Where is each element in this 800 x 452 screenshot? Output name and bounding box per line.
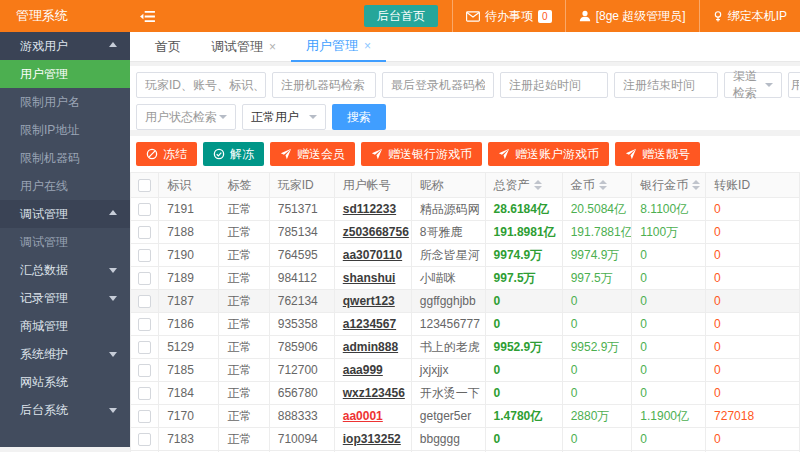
row-checkbox-cell xyxy=(131,428,159,451)
tab-1[interactable]: 调试管理× xyxy=(196,32,291,62)
last-login-machine-code-input[interactable] xyxy=(382,72,494,98)
cell-account[interactable]: aa3070110 xyxy=(334,244,411,267)
user-icon xyxy=(579,10,591,22)
row-checkbox[interactable] xyxy=(138,249,151,262)
sidebar-item-2[interactable]: 限制用户名 xyxy=(0,88,130,116)
row-checkbox[interactable] xyxy=(138,410,151,423)
sort-icon[interactable] xyxy=(692,180,700,190)
sidebar-item-0[interactable]: 游戏用户 xyxy=(0,32,130,60)
row-checkbox[interactable] xyxy=(138,341,151,354)
action-button-label: 解冻 xyxy=(230,146,254,163)
cell-account[interactable]: shanshui xyxy=(334,267,411,290)
keyword-search-input[interactable] xyxy=(136,72,266,98)
cell-account[interactable]: admin888 xyxy=(334,336,411,359)
column-header-bank_coins[interactable]: 银行金币 xyxy=(632,173,706,198)
search-button[interactable]: 搜索 xyxy=(332,104,386,130)
sort-icon[interactable] xyxy=(534,180,542,190)
cell-coins: 0 xyxy=(562,290,632,313)
sidebar-item-12[interactable]: 网站系统 xyxy=(0,368,130,396)
action-button-0[interactable]: 冻结 xyxy=(136,142,197,166)
tab-close-icon[interactable]: × xyxy=(269,41,276,53)
column-header-coins[interactable]: 金币 xyxy=(562,173,632,198)
row-checkbox-cell xyxy=(131,221,159,244)
row-checkbox[interactable] xyxy=(138,203,151,216)
sidebar-item-8[interactable]: 汇总数据 xyxy=(0,256,130,284)
action-button-5[interactable]: 赠送靓号 xyxy=(615,142,700,166)
cell-coins: 0 xyxy=(562,359,632,382)
cell-coins: 9952.9万 xyxy=(562,336,632,359)
sidebar-item-10[interactable]: 商城管理 xyxy=(0,312,130,340)
register-machine-code-input[interactable] xyxy=(272,72,376,98)
row-checkbox[interactable] xyxy=(138,433,151,446)
tab-2[interactable]: 用户管理× xyxy=(291,32,386,62)
cell-account[interactable]: wxz123456 xyxy=(334,382,411,405)
register-end-time-input[interactable] xyxy=(614,72,718,98)
row-checkbox[interactable] xyxy=(138,272,151,285)
sidebar-item-6[interactable]: 调试管理 xyxy=(0,200,130,228)
current-user-item[interactable]: [8ge 超级管理员] xyxy=(565,0,699,32)
action-button-2[interactable]: 赠送会员 xyxy=(270,142,355,166)
cell-bank_coins: 1100万 xyxy=(632,221,706,244)
tab-close-icon[interactable]: × xyxy=(364,40,371,52)
sidebar-item-4[interactable]: 限制机器码 xyxy=(0,144,130,172)
channel-select[interactable]: 渠道检索 xyxy=(724,72,782,98)
user-type-select[interactable]: 正常用户 xyxy=(242,104,326,130)
user-status-select[interactable]: 用户状态检索 xyxy=(136,104,236,130)
check-circle-icon xyxy=(213,148,225,160)
cell-total_assets: 997.5万 xyxy=(485,267,562,290)
column-header-label: 用户帐号 xyxy=(343,178,391,192)
cell-account[interactable]: iop313252 xyxy=(334,428,411,451)
column-header-transfer_id: 转账ID xyxy=(706,173,800,198)
cell-bank_coins: 0 xyxy=(632,382,706,405)
cell-id: 7170 xyxy=(159,405,219,428)
cell-account[interactable]: aaa999 xyxy=(334,359,411,382)
cell-coins: 2880万 xyxy=(562,405,632,428)
todo-item[interactable]: 待办事项 0 xyxy=(452,0,565,32)
cell-account[interactable]: z503668756 xyxy=(334,221,411,244)
location-pin-icon xyxy=(713,10,723,23)
cell-tag: 正常 xyxy=(219,244,269,267)
cell-account[interactable]: aa0001 xyxy=(334,405,411,428)
table-row: 7183正常710094iop313252bbgggg0000 xyxy=(131,428,800,451)
row-checkbox[interactable] xyxy=(138,226,151,239)
bind-host-item[interactable]: 绑定本机IP xyxy=(699,0,800,32)
cell-transfer_id: 0 xyxy=(706,290,800,313)
column-header-total_assets[interactable]: 总资产 xyxy=(485,173,562,198)
sidebar-item-1[interactable]: 用户管理 xyxy=(0,60,130,88)
sort-desc-icon xyxy=(534,186,542,190)
row-checkbox[interactable] xyxy=(138,364,151,377)
sidebar-item-11[interactable]: 系统维护 xyxy=(0,340,130,368)
cell-nickname: 开水烫一下 xyxy=(411,382,485,405)
row-checkbox[interactable] xyxy=(138,318,151,331)
sort-icon[interactable] xyxy=(599,180,607,190)
send-icon xyxy=(371,148,383,160)
register-start-time-input[interactable] xyxy=(500,72,608,98)
cell-player_id: 785134 xyxy=(269,221,334,244)
row-checkbox[interactable] xyxy=(138,387,151,400)
row-checkbox[interactable] xyxy=(138,295,151,308)
chevron-down-icon xyxy=(219,115,227,123)
cell-account[interactable]: a1234567 xyxy=(334,313,411,336)
user-status-select-value: 用户状态检索 xyxy=(145,109,217,126)
cell-bank_coins: 0 xyxy=(632,313,706,336)
cell-bank_coins: 0 xyxy=(632,267,706,290)
action-button-3[interactable]: 赠送银行游戏币 xyxy=(361,142,482,166)
column-header-label: 转账ID xyxy=(714,178,750,192)
action-button-4[interactable]: 赠送账户游戏币 xyxy=(488,142,609,166)
cell-account[interactable]: sd112233 xyxy=(334,198,411,221)
sidebar-item-3[interactable]: 限制IP地址 xyxy=(0,116,130,144)
partial-clipped-input[interactable] xyxy=(788,72,800,98)
action-button-1[interactable]: 解冻 xyxy=(203,142,264,166)
cell-bank_coins: 8.1100亿 xyxy=(632,198,706,221)
sidebar-item-13[interactable]: 后台系统 xyxy=(0,396,130,424)
sidebar-item-5[interactable]: 用户在线 xyxy=(0,172,130,200)
select-all-checkbox[interactable] xyxy=(138,179,151,192)
cell-total_assets: 1.4780亿 xyxy=(485,405,562,428)
back-home-button[interactable]: 后台首页 xyxy=(364,5,438,27)
sidebar-item-7[interactable]: 调试管理 xyxy=(0,228,130,256)
cell-account[interactable]: qwert123 xyxy=(334,290,411,313)
tab-0[interactable]: 首页 xyxy=(140,32,196,62)
main-content: 首页调试管理×用户管理× 渠道检索 用户状态检索正常用户搜索 冻结解冻赠送会员赠… xyxy=(130,32,800,452)
sidebar-item-9[interactable]: 记录管理 xyxy=(0,284,130,312)
sidebar-collapse-button[interactable] xyxy=(130,0,164,32)
